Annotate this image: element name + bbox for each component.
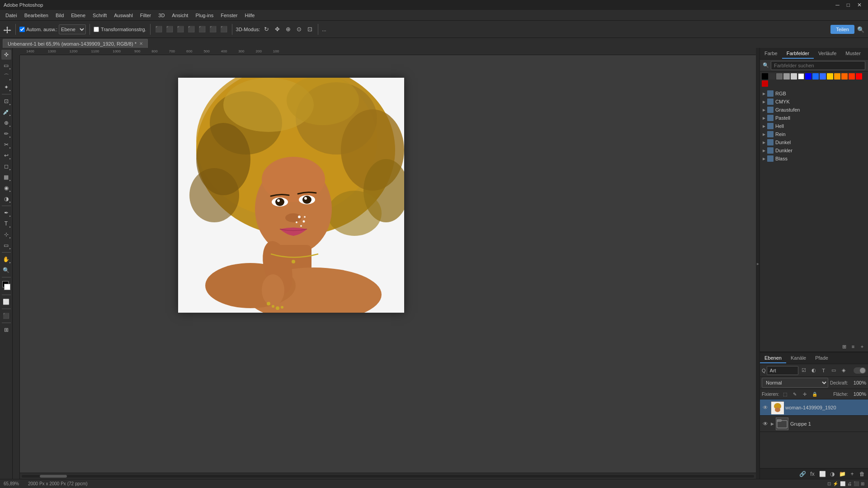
group-dunkler[interactable]: ▶ Dunkler [760, 146, 868, 155]
group-graustufen[interactable]: ▶ Graustufen [760, 106, 868, 114]
tab-gradients[interactable]: Verläufe [814, 49, 841, 59]
magic-wand-tool[interactable]: ✦ [1, 82, 11, 92]
menu-filter[interactable]: Filter [137, 12, 155, 19]
horizontal-scrollbar[interactable] [20, 473, 756, 479]
menu-ebene[interactable]: Ebene [67, 12, 89, 19]
layer-filter-toggle[interactable] [854, 367, 866, 374]
quick-mask-tool[interactable]: ⬜ [1, 297, 11, 307]
align-center-v-icon[interactable]: ⬛ [198, 25, 207, 34]
layer-filter-shape[interactable]: ▭ [829, 366, 838, 375]
delete-layer-btn[interactable]: 🗑 [858, 470, 866, 478]
swatch-lighter[interactable] [791, 73, 797, 80]
swatch-red-dark[interactable] [762, 80, 768, 87]
zoom-tool[interactable]: 🔍 [1, 265, 11, 275]
eraser-tool[interactable]: ◻ [1, 161, 11, 171]
layers-filter-input[interactable] [767, 366, 798, 375]
menu-3d[interactable]: 3D [155, 12, 168, 19]
canvas-image-container[interactable] [178, 78, 404, 313]
group-blass[interactable]: ▶ Blass [760, 155, 868, 163]
scroll-thumb[interactable] [40, 475, 67, 478]
selection-tool[interactable]: ▭ [1, 61, 11, 70]
swatch-dark[interactable] [769, 73, 775, 80]
swatch-blue[interactable] [812, 73, 819, 80]
blur-tool[interactable]: ◉ [1, 183, 11, 193]
3d-rotate-icon[interactable]: ↻ [262, 25, 271, 34]
menu-datei[interactable]: Datei [2, 12, 21, 19]
blend-mode-select[interactable]: Normal Multiplizieren Luminanz [762, 378, 828, 388]
align-bottom-icon[interactable]: ⬛ [208, 25, 217, 34]
text-tool[interactable]: T [1, 219, 11, 229]
healing-tool[interactable]: ⊕ [1, 118, 11, 128]
pen-tool[interactable]: ✒ [1, 208, 11, 218]
menu-bearbeiten[interactable]: Bearbeiten [21, 12, 52, 19]
brush-tool[interactable]: ✏ [1, 129, 11, 139]
screen-mode-tool[interactable]: ⬛ [1, 311, 11, 321]
tab-color[interactable]: Farbe [760, 49, 782, 59]
swatch-yellow[interactable] [827, 73, 833, 80]
align-top-icon[interactable]: ⬛ [187, 25, 196, 34]
swatches-new[interactable]: + [858, 343, 866, 351]
layer-filter-adjustment[interactable]: ◐ [809, 366, 818, 375]
swatch-light-gray[interactable] [783, 73, 790, 80]
lock-position-btn[interactable]: ✎ [791, 390, 799, 398]
transform-checkbox[interactable] [94, 27, 99, 32]
swatches-view-list[interactable]: ≡ [849, 343, 857, 351]
eyedropper-tool[interactable]: 💉 [1, 107, 11, 117]
auto-select-dropdown[interactable]: Ebene Gruppe [59, 24, 86, 34]
tab-close-button[interactable]: ✕ [139, 41, 143, 46]
lock-all-btn[interactable]: 🔒 [811, 390, 819, 398]
distribute-icon[interactable]: ⬛ [219, 25, 228, 34]
layout-tool[interactable]: ⊞ [1, 325, 11, 335]
3d-pan-icon[interactable]: ✥ [273, 25, 282, 34]
swatch-orange[interactable] [841, 73, 848, 80]
clone-tool[interactable]: ✂ [1, 140, 11, 150]
move-tool[interactable]: ✜ [1, 50, 11, 60]
menu-hilfe[interactable]: Hilfe [241, 12, 258, 19]
group-rgb[interactable]: ▶ RGB [760, 89, 868, 98]
swatch-red-light[interactable] [849, 73, 855, 80]
menu-bild[interactable]: Bild [52, 12, 67, 19]
new-layer-btn[interactable]: + [848, 470, 856, 478]
path-select-tool[interactable]: ⊹ [1, 230, 11, 239]
group-pastell[interactable]: ▶ Pastell [760, 114, 868, 122]
align-center-h-icon[interactable]: ⬛ [165, 25, 174, 34]
document-tab[interactable]: Unbenannt-1 bei 65,9% (woman-1439909_192… [3, 39, 148, 48]
menu-plugins[interactable]: Plug-ins [192, 12, 217, 19]
group-rein[interactable]: ▶ Rein [760, 130, 868, 138]
gradient-tool[interactable]: ▦ [1, 172, 11, 182]
lock-pixels-btn[interactable]: ⬚ [781, 390, 789, 398]
layer-visibility-group[interactable]: 👁 [762, 420, 769, 427]
group-dunkel[interactable]: ▶ Dunkel [760, 138, 868, 146]
swatch-blue-mid[interactable] [820, 73, 826, 80]
align-left-icon[interactable]: ⬛ [154, 25, 163, 34]
layer-filter-smart[interactable]: ◈ [839, 366, 848, 375]
swatch-gray[interactable] [776, 73, 783, 80]
layer-style-btn[interactable]: fx [808, 470, 816, 478]
menu-ansicht[interactable]: Ansicht [168, 12, 192, 19]
lock-artboard-btn[interactable]: ✛ [801, 390, 809, 398]
color-search-input[interactable] [771, 61, 865, 70]
swatch-white[interactable] [798, 73, 804, 80]
new-group-btn[interactable]: 📁 [838, 470, 846, 478]
layer-filter-pixel[interactable]: ☑ [799, 366, 808, 375]
link-layers-btn[interactable]: 🔗 [798, 470, 807, 478]
layer-mask-btn[interactable]: ⬜ [818, 470, 826, 478]
lasso-tool[interactable]: ⌒ [1, 71, 11, 81]
hand-tool[interactable]: ✋ [1, 254, 11, 264]
3d-roll-icon[interactable]: ⊙ [294, 25, 303, 34]
group-cmyk[interactable]: ▶ CMYK [760, 98, 868, 106]
swatch-red[interactable] [856, 73, 862, 80]
align-right-icon[interactable]: ⬛ [176, 25, 185, 34]
minimize-button[interactable]: ─ [833, 2, 842, 8]
3d-extra-icon[interactable]: ⊡ [305, 25, 314, 34]
group-hell[interactable]: ▶ Hell [760, 122, 868, 130]
tab-layers[interactable]: Ebenen [760, 353, 786, 363]
tab-paths[interactable]: Pfade [811, 353, 833, 363]
menu-auswahl[interactable]: Auswahl [110, 12, 137, 19]
dodge-tool[interactable]: ◑ [1, 194, 11, 204]
layer-item-woman[interactable]: 👁 woman-1439909_1920 [760, 399, 868, 416]
layer-filter-text[interactable]: T [819, 366, 828, 375]
panel-collapse-handle[interactable]: ▸ [756, 48, 760, 479]
crop-tool[interactable]: ⊡ [1, 96, 11, 106]
swatches-view-grid[interactable]: ⊞ [840, 343, 848, 351]
